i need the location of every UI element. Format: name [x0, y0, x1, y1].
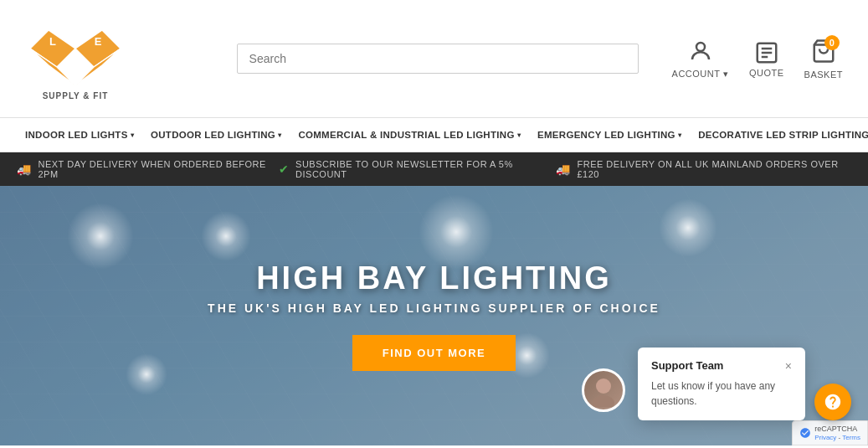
- nav-chevron-3: ▾: [678, 131, 681, 139]
- main-nav: INDOOR LED LIGHTS ▾ OUTDOOR LED LIGHTING…: [0, 117, 868, 152]
- quote-icon: [754, 40, 779, 65]
- svg-text:L: L: [49, 35, 56, 48]
- support-chat-header: Support Team ×: [651, 359, 792, 372]
- logo-area: L E D SUPPLY & FIT: [25, 8, 126, 109]
- hero-content: HIGH BAY LIGHTING THE UK'S HIGH BAY LED …: [208, 260, 660, 371]
- nav-item-commercial[interactable]: COMMERCIAL & INDUSTRIAL LED LIGHTING ▾: [290, 118, 529, 152]
- svg-point-8: [696, 43, 705, 51]
- support-chat-message: Let us know if you have any questions.: [651, 378, 792, 409]
- nav-item-outdoor[interactable]: OUTDOOR LED LIGHTING ▾: [142, 118, 290, 152]
- basket-count: 0: [824, 35, 840, 50]
- support-fab-button[interactable]: [814, 384, 851, 420]
- recaptcha-links: Privacy - Terms: [814, 434, 860, 441]
- basket-label: BASKET: [804, 70, 843, 80]
- basket-button[interactable]: 0 BASKET: [804, 39, 843, 80]
- recaptcha-icon: [799, 427, 811, 439]
- support-chat-title: Support Team: [651, 359, 723, 372]
- truck-icon-2: 🚚: [556, 162, 571, 176]
- site-header: L E D SUPPLY & FIT ACCOUNT ▾: [0, 0, 868, 117]
- quote-label: QUOTE: [749, 68, 784, 78]
- account-chevron: ▾: [723, 69, 729, 80]
- info-bar: 🚚 NEXT DAY DELIVERY WHEN ORDERED BEFORE …: [0, 152, 868, 186]
- nav-item-decorative[interactable]: DECORATIVE LED STRIP LIGHTING ▾: [690, 118, 868, 152]
- hero-avatar: [582, 368, 625, 412]
- nav-item-indoor-led[interactable]: INDOOR LED LIGHTS ▾: [17, 118, 142, 152]
- recaptcha-label: reCAPTCHA Privacy - Terms: [814, 425, 860, 441]
- svg-text:SUPPLY & FIT: SUPPLY & FIT: [43, 91, 109, 100]
- svg-point-14: [596, 378, 611, 394]
- search-input[interactable]: [237, 44, 639, 74]
- account-icon: [688, 39, 713, 64]
- hero-cta-button[interactable]: FIND OUT MORE: [352, 335, 516, 371]
- support-chat-bubble: Support Team × Let us know if you have a…: [638, 348, 805, 420]
- nav-item-emergency[interactable]: EMERGENCY LED LIGHTING ▾: [529, 118, 690, 152]
- info-bar-delivery: 🚚 NEXT DAY DELIVERY WHEN ORDERED BEFORE …: [17, 159, 279, 179]
- support-chat-close-button[interactable]: ×: [785, 360, 792, 372]
- nav-chevron-2: ▾: [517, 131, 521, 139]
- hero-subtitle: THE UK'S HIGH BAY LED LIGHTING SUPPLIER …: [208, 301, 660, 315]
- avatar-image: [582, 368, 625, 412]
- truck-icon-1: 🚚: [17, 162, 32, 176]
- header-icons: ACCOUNT ▾ QUOTE 0 BA: [672, 39, 843, 80]
- svg-text:D: D: [49, 70, 56, 83]
- search-bar: [237, 44, 639, 74]
- account-label: ACCOUNT ▾: [672, 66, 729, 80]
- hero-section: HIGH BAY LIGHTING THE UK'S HIGH BAY LED …: [0, 186, 868, 445]
- quote-button[interactable]: QUOTE: [749, 40, 784, 78]
- nav-chevron-1: ▾: [278, 131, 281, 139]
- logo[interactable]: L E D SUPPLY & FIT: [25, 8, 126, 109]
- check-icon: ✔: [279, 162, 290, 176]
- account-button[interactable]: ACCOUNT ▾: [672, 39, 729, 80]
- question-icon: [824, 393, 842, 411]
- svg-text:E: E: [95, 35, 102, 48]
- nav-chevron-0: ▾: [131, 131, 134, 139]
- svg-point-15: [593, 395, 614, 407]
- recaptcha-badge: reCAPTCHA Privacy - Terms: [792, 420, 868, 445]
- info-bar-free-delivery: 🚚 FREE DELIVERY ON ALL UK MAINLAND ORDER…: [556, 159, 851, 179]
- hero-title: HIGH BAY LIGHTING: [208, 260, 660, 296]
- info-bar-newsletter: ✔ SUBSCRIBE TO OUR NEWSLETTER FOR A 5% D…: [279, 159, 556, 179]
